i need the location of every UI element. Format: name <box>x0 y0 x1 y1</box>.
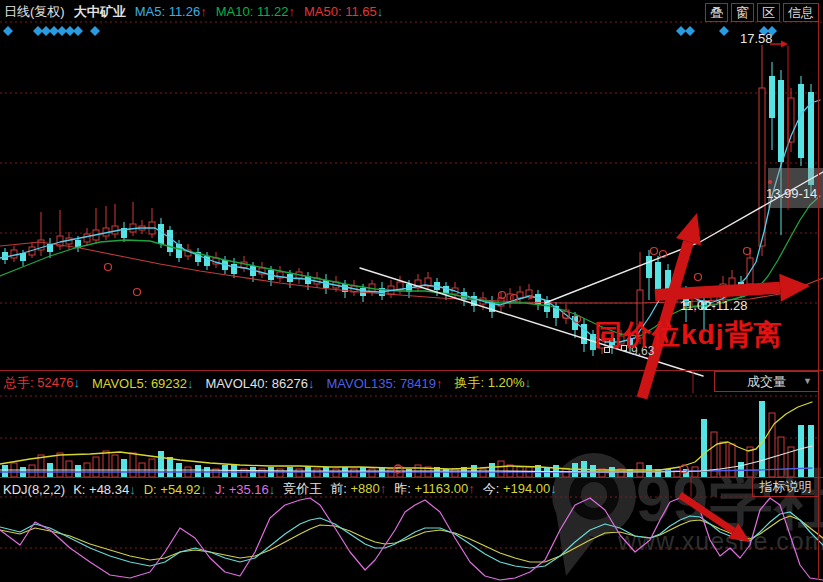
kdj-j-value: J: +35.16↓ <box>215 482 275 497</box>
ma10-value: MA10: 11.22↑ <box>216 4 295 19</box>
volume-header-bar: 总手: 52476↓ MAVOL5: 69232↓ MAVOL40: 86276… <box>4 374 531 392</box>
stock-name: 大中矿业 <box>74 3 126 21</box>
info-button[interactable]: 信息 <box>783 3 819 22</box>
top-header-bar: 日线(复权) 大中矿业 MA5: 11.26↑ MA10: 11.22↑ MA5… <box>4 2 383 21</box>
range-mid-label: 11.02-11.28 <box>680 298 747 313</box>
overlay-button[interactable]: 叠 <box>705 3 728 22</box>
down-arrow-icon: ↓ <box>550 481 557 496</box>
total-lots-value: 总手: 52476↓ <box>4 374 80 392</box>
mavol135-value: MAVOL135: 78419↑ <box>326 376 442 391</box>
high-price-label: 17.58 <box>740 31 773 46</box>
kdj-indicator-label[interactable]: KDJ(8,2,2) <box>3 482 65 497</box>
down-arrow-icon: ↓ <box>377 4 384 19</box>
up-arrow-icon: ↑ <box>200 4 207 19</box>
down-arrow-icon: ↓ <box>200 482 207 497</box>
mavol5-value: MAVOL5: 69232↓ <box>92 376 194 391</box>
auction-king-label: 竞价王 <box>283 480 322 498</box>
kdj-k-value: K: +48.34↓ <box>73 482 136 497</box>
down-arrow-icon: ↓ <box>308 376 315 391</box>
mavol40-value: MAVOL40: 86276↓ <box>206 376 315 391</box>
down-arrow-icon: ↓ <box>187 376 194 391</box>
divergence-annotation: 同价位kdj背离 <box>594 316 782 354</box>
auction-yesterday-value: 昨: +1163.00↑ <box>394 480 474 498</box>
window-button[interactable]: 窗 <box>731 3 754 22</box>
kdj-d-line <box>0 516 823 562</box>
indicator-help-button[interactable]: 指标说明 <box>752 477 819 497</box>
volume-bars <box>2 401 814 477</box>
ma5-value: MA5: 11.26↑ <box>135 4 207 19</box>
up-arrow-icon: ↑ <box>468 481 475 496</box>
zone-button[interactable]: 区 <box>757 3 780 22</box>
kdj-d-value: D: +54.92↓ <box>144 482 207 497</box>
ma50-value: MA50: 11.65↓ <box>304 4 383 19</box>
trading-app-window: { "header": { "period": "日线(复权)", "stock… <box>0 0 823 582</box>
up-arrow-icon: ↑ <box>288 4 295 19</box>
down-arrow-icon: ↓ <box>269 482 276 497</box>
range-high-label: 13.99-14 <box>766 186 817 201</box>
volume-indicator-selector[interactable]: 成交量 ▼ <box>714 371 819 392</box>
down-arrow-icon: ↓ <box>525 375 532 390</box>
turnover-value: 换手: 1.20%↓ <box>455 374 532 392</box>
auction-prev-value: 前: +880↑ <box>330 480 386 498</box>
up-arrow-icon: ↑ <box>380 481 387 496</box>
period-label[interactable]: 日线(复权) <box>4 3 65 21</box>
chevron-down-icon[interactable]: ▼ <box>803 372 812 391</box>
window-controls: 叠 窗 区 信息 <box>705 3 819 22</box>
down-arrow-icon: ↓ <box>73 375 80 390</box>
kdj-header-bar: KDJ(8,2,2) K: +48.34↓ D: +54.92↓ J: +35.… <box>3 480 557 498</box>
auction-today-value: 今: +194.00↓ <box>483 480 557 498</box>
up-arrow-icon: ↑ <box>436 376 443 391</box>
down-arrow-icon: ↓ <box>129 482 136 497</box>
diamond-markers <box>3 26 777 36</box>
